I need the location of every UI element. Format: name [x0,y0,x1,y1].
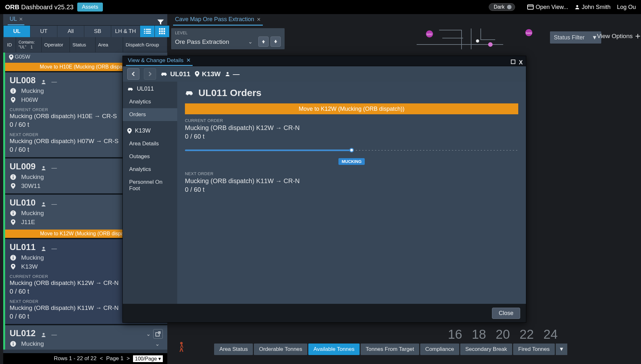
location-text: 30W11 [21,182,40,190]
logout-button[interactable]: Log Ou [617,4,636,11]
crumb-location[interactable]: K13W [195,70,221,78]
current-order-text: Mucking (ORB dispatch) K12W → CR-N [185,124,518,132]
operator-dash: — [52,79,57,85]
col-contains[interactable]: Contains: "UL" 1 [16,37,42,53]
chevron-down-icon[interactable]: ⌄ [248,38,253,45]
plus-icon [635,34,640,39]
side-item-orders[interactable]: Orders [123,108,177,121]
per-page-select[interactable]: 100/Page ▾ [133,355,163,362]
svg-point-2 [576,5,578,7]
page-next[interactable]: > [127,355,130,362]
subtab-all[interactable]: All [57,26,84,37]
asset-column-headers: ID Contains: "UL" 1 Operator Status Area… [3,37,167,53]
side-item-outages[interactable]: Outages [123,150,177,163]
asset-card-ul012[interactable]: ⌄ UL012 — ⌄ Mucking [5,324,167,350]
info-icon [10,174,17,180]
person-icon [41,166,46,171]
progress-bar[interactable] [185,148,518,152]
nav-back-button[interactable] [127,68,139,80]
chevron-down-icon[interactable]: ⌄ [146,331,151,337]
svg-point-30 [43,247,45,249]
tab-cave-map[interactable]: Cave Map Ore Pass Extraction✕ [173,15,263,26]
mode-area-status[interactable]: Area Status [214,344,253,355]
modal-tabbar: View & Change Details✕ X [123,56,526,66]
side-item-personnel[interactable]: Personnel On Foot [123,176,177,195]
modal-tab-details[interactable]: View & Change Details✕ [126,56,193,66]
filter-button[interactable] [157,19,164,25]
side-item-area-details[interactable]: Area Details [123,137,177,150]
chevron-down-icon[interactable]: ⌄ [155,341,160,347]
asset-tab-ul[interactable]: UL✕ [8,14,24,25]
rows-text: Rows 1 - 22 of 22 [54,355,96,362]
asset-title: UL009 [10,162,36,172]
col-area[interactable]: Area [96,37,123,53]
col-operator[interactable]: Operator [42,37,70,53]
col-status[interactable]: Status [70,37,96,53]
location-text: J11E [21,219,35,226]
svg-rect-0 [528,5,533,9]
side-location-header[interactable]: K13W [123,124,177,137]
status-filter-select[interactable]: Status Filter▼ [550,31,601,44]
side-asset-header[interactable]: UL011 [123,82,177,95]
mode-more[interactable]: ▼ [556,344,567,355]
pin-icon [10,183,17,189]
pin-icon [10,264,17,270]
close-icon[interactable]: ✕ [19,16,23,22]
crumb-asset[interactable]: UL011 [161,70,190,78]
mode-fired[interactable]: Fired Tonnes [513,344,555,355]
close-icon[interactable]: ✕ [186,57,191,64]
popout-icon [155,331,161,336]
mode-target[interactable]: Tonnes From Target [361,344,419,355]
person-icon [41,202,46,207]
theme-toggle[interactable]: Dark [489,3,515,11]
close-icon[interactable]: ✕ [257,17,261,22]
pin-icon [9,54,13,60]
side-item-analytics[interactable]: Analytics [123,95,177,108]
crumb-operator[interactable]: — [225,70,239,78]
svg-rect-24 [13,176,13,179]
open-view-button[interactable]: Open View... [527,4,568,11]
level-up-button[interactable] [258,36,269,47]
status-text: Mucking [21,340,44,347]
mode-orderable[interactable]: Orderable Tonnes [254,344,307,355]
modal-close-button[interactable]: X [519,59,523,66]
subtab-lhth[interactable]: LH & TH [111,26,140,37]
user-menu[interactable]: John Smith [575,4,611,11]
operator-dash: — [52,246,57,252]
assets-button[interactable]: Assets [77,3,103,12]
asset-title: UL012 [10,328,36,338]
col-id[interactable]: ID [3,37,16,53]
col-dispatch-group[interactable]: Dispatch Group [123,37,167,53]
main-area: Cave Map Ore Pass Extraction✕ LEVEL Ore … [170,14,641,364]
asset-title: UL010 [10,198,36,208]
page-prev[interactable]: < [100,355,103,362]
person-icon [225,71,230,77]
nav-forward-button[interactable] [144,68,156,80]
view-list-button[interactable] [140,26,154,37]
level-down-button[interactable] [271,36,281,47]
svg-point-22 [43,166,45,168]
mode-secondary[interactable]: Secondary Break [460,344,512,355]
progress-knob[interactable] [349,148,354,152]
modal-title: UL011 Orders [185,87,518,98]
subtab-ul[interactable]: UL [3,26,30,37]
pin-icon [10,97,17,103]
popout-button[interactable] [153,329,163,339]
side-item-analytics2[interactable]: Analytics [123,163,177,176]
view-options-button[interactable]: View Options [597,33,641,40]
grid-icon [159,28,165,35]
pedestrian-icon [178,342,185,352]
info-icon [10,88,17,94]
subtab-ut[interactable]: UT [30,26,57,37]
svg-rect-5 [144,33,145,34]
level-select[interactable]: Ore Pass Extraction [175,38,248,45]
close-button[interactable]: Close [492,308,520,319]
svg-rect-4 [144,31,145,32]
pin-icon [10,219,17,225]
mode-available[interactable]: Available Tonnes [308,344,360,355]
mode-compliance[interactable]: Compliance [420,344,459,355]
view-grid-button[interactable] [154,26,169,37]
info-icon [10,210,17,216]
maximize-button[interactable] [511,59,516,66]
subtab-sb[interactable]: SB [84,26,111,37]
